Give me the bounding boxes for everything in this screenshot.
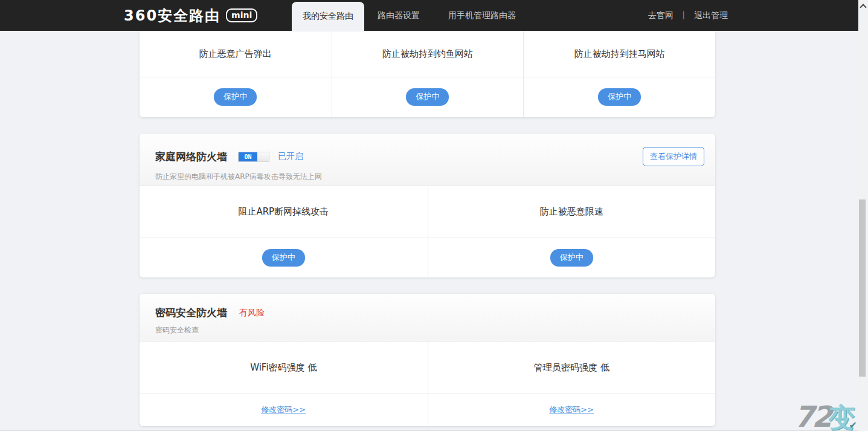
protection-item-popup-ads: 防止恶意广告弹出 [140, 31, 332, 77]
brand-logo: 360安全路由 mini [124, 0, 257, 31]
protecting-button[interactable]: 保护中 [262, 249, 305, 267]
protection-labels-row: 防止恶意广告弹出 防止被劫持到钓鱼网站 防止被劫持到挂马网站 [140, 31, 715, 77]
link-separator: 丨 [680, 10, 688, 21]
password-label: 管理员密码强度 低 [534, 362, 609, 374]
password-item-admin: 管理员密码强度 低 [428, 342, 716, 394]
top-navbar: 360安全路由 mini 我的安全路由 路由器设置 用手机管理路由器 去官网 丨… [0, 0, 868, 31]
password-card-header: 密码安全防火墙 有风险 密码安全检查 [140, 294, 715, 342]
protecting-button[interactable]: 保护中 [214, 88, 257, 106]
firewall-card-header: 家庭网络防火墙 ON 已开启 查看保护详情 防止家里的电脑和手机被ARP病毒攻击… [140, 134, 715, 186]
vertical-scrollbar[interactable] [858, 0, 868, 431]
risk-badge: 有风险 [239, 308, 265, 319]
firewall-toggle-switch[interactable]: ON [238, 152, 269, 162]
logo-mini-badge: mini [226, 8, 257, 22]
password-links-row: 修改密码>> 修改密码>> [140, 394, 715, 426]
firewall-item-throttle: 防止被恶意限速 [428, 186, 716, 238]
password-item-wifi: WiFi密码强度 低 [140, 342, 428, 394]
protection-label: 防止被劫持到钓鱼网站 [382, 48, 473, 60]
72bian-watermark: 72 变 ✔ [794, 402, 857, 431]
tab-router-settings[interactable]: 路由器设置 [378, 0, 420, 31]
firewall-label: 阻止ARP断网掉线攻击 [238, 206, 329, 218]
firewall-labels-row: 阻止ARP断网掉线攻击 防止被恶意限速 [140, 186, 715, 238]
firewall-card-description: 防止家里的电脑和手机被ARP病毒攻击导致无法上网 [155, 172, 704, 182]
password-card-description: 密码安全检查 [155, 325, 704, 335]
firewall-status-row: 保护中 保护中 [140, 238, 715, 277]
protection-item-trojan: 防止被劫持到挂马网站 [523, 31, 715, 77]
toggle-handle [257, 152, 269, 161]
tab-manage-by-phone[interactable]: 用手机管理路由器 [448, 0, 516, 31]
watermark-72: 72 [794, 402, 830, 431]
protection-label: 防止被劫持到挂马网站 [574, 48, 665, 60]
navbar-right-links: 去官网 丨 退出管理 [648, 0, 728, 31]
toggle-on-label: ON [239, 152, 257, 161]
protecting-button[interactable]: 保护中 [550, 249, 593, 267]
password-security-card: 密码安全防火墙 有风险 密码安全检查 WiFi密码强度 低 管理员密码强度 低 … [140, 294, 715, 426]
firewall-label: 防止被恶意限速 [540, 206, 603, 218]
scroll-up-arrow-icon[interactable] [860, 4, 866, 10]
protecting-button[interactable]: 保护中 [406, 88, 449, 106]
password-labels-row: WiFi密码强度 低 管理员密码强度 低 [140, 342, 715, 394]
password-label: WiFi密码强度 低 [250, 362, 317, 374]
view-protection-details-button[interactable]: 查看保护详情 [643, 147, 704, 166]
web-protection-card: 防止恶意广告弹出 防止被劫持到钓鱼网站 防止被劫持到挂马网站 保护中 保护中 保… [140, 31, 715, 117]
protection-label: 防止恶意广告弹出 [199, 48, 272, 60]
home-network-firewall-card: 家庭网络防火墙 ON 已开启 查看保护详情 防止家里的电脑和手机被ARP病毒攻击… [140, 134, 715, 277]
password-card-title: 密码安全防火墙 [155, 306, 227, 320]
logout-link[interactable]: 退出管理 [694, 10, 728, 21]
protection-status-row: 保护中 保护中 保护中 [140, 77, 715, 117]
official-site-link[interactable]: 去官网 [648, 10, 674, 21]
modify-password-link[interactable]: 修改密码>> [261, 404, 306, 415]
firewall-status-text: 已开启 [278, 151, 303, 162]
watermark-check-icon: ✔ [849, 420, 857, 431]
tab-my-secure-router[interactable]: 我的安全路由 [292, 2, 364, 31]
modify-password-link[interactable]: 修改密码>> [549, 404, 594, 415]
firewall-item-arp: 阻止ARP断网掉线攻击 [140, 186, 428, 238]
firewall-card-title: 家庭网络防火墙 [155, 150, 227, 164]
scrollbar-thumb[interactable] [859, 199, 866, 377]
protecting-button[interactable]: 保护中 [598, 88, 641, 106]
logo-text: 360安全路由 [124, 6, 220, 25]
protection-item-phishing: 防止被劫持到钓鱼网站 [332, 31, 524, 77]
